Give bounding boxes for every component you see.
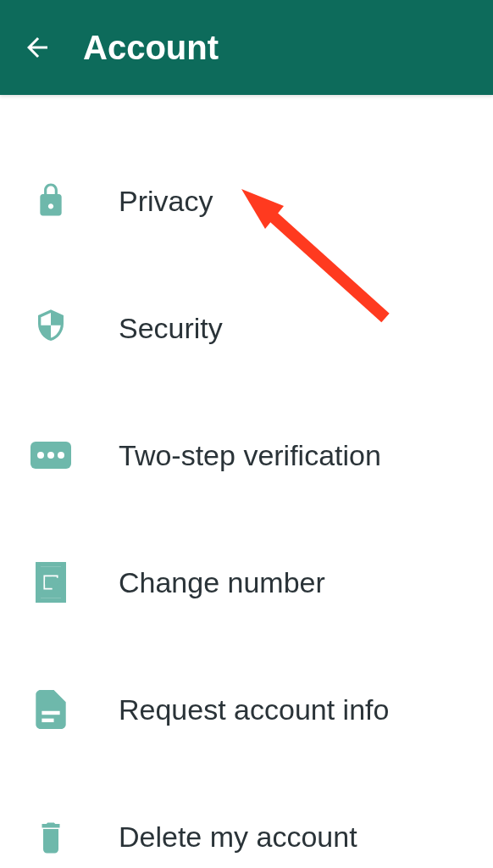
svg-rect-6 <box>42 719 53 722</box>
sim-icon <box>25 562 76 603</box>
menu-item-change-number[interactable]: Change number <box>0 519 493 646</box>
svg-point-2 <box>47 452 54 459</box>
menu-label: Delete my account <box>119 821 357 854</box>
account-menu-list: Privacy Security Two-step verification <box>0 95 493 868</box>
menu-item-privacy[interactable]: Privacy <box>0 137 493 264</box>
back-button[interactable] <box>17 27 58 68</box>
app-header: Account <box>0 0 493 95</box>
svg-rect-5 <box>42 711 59 715</box>
back-arrow-icon <box>22 32 53 63</box>
dots-icon <box>25 442 76 469</box>
lock-icon <box>25 181 76 221</box>
page-title: Account <box>83 29 219 67</box>
svg-point-3 <box>58 452 64 459</box>
menu-item-delete[interactable]: Delete my account <box>0 773 493 868</box>
menu-label: Security <box>119 312 223 345</box>
document-icon <box>25 690 76 729</box>
menu-label: Change number <box>119 566 325 599</box>
menu-item-two-step[interactable]: Two-step verification <box>0 392 493 519</box>
trash-icon <box>25 818 76 855</box>
shield-icon <box>25 308 76 348</box>
menu-label: Request account info <box>119 693 389 726</box>
menu-label: Two-step verification <box>119 439 381 472</box>
svg-point-1 <box>37 452 44 459</box>
menu-item-security[interactable]: Security <box>0 264 493 392</box>
menu-label: Privacy <box>119 185 213 218</box>
menu-item-request-info[interactable]: Request account info <box>0 646 493 773</box>
